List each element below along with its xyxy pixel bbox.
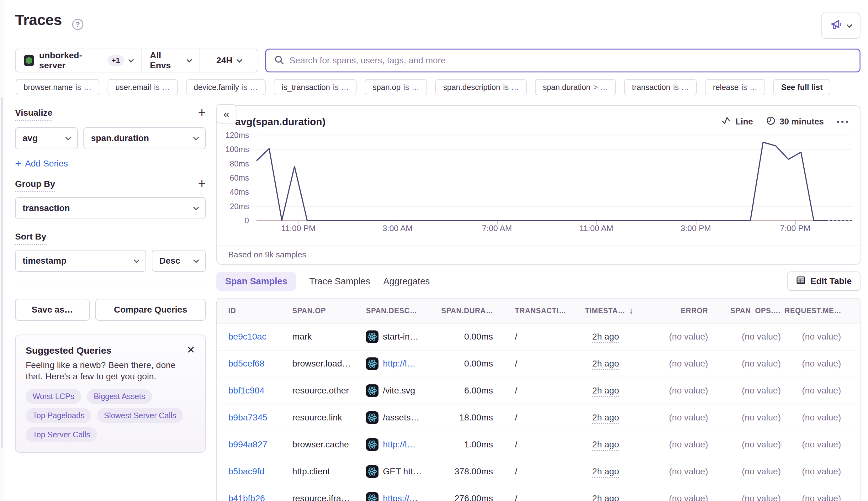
cell-duration: 1.00ms xyxy=(441,439,498,450)
filter-chip-user-email[interactable]: user.emailis... xyxy=(108,79,178,95)
filter-chip-device-family[interactable]: device.familyis... xyxy=(186,79,266,95)
column-header-span-ops[interactable]: SPAN_OPS.… xyxy=(712,307,785,315)
add-visualize-button[interactable]: + xyxy=(198,108,206,117)
sort-direction-select[interactable]: Desc xyxy=(152,250,206,272)
add-group-by-button[interactable]: + xyxy=(198,179,206,189)
cell-timestamp[interactable]: 2h ago xyxy=(570,332,641,342)
column-header-span-duration[interactable]: SPAN.DURA… xyxy=(441,307,498,315)
see-full-list-button[interactable]: See full list xyxy=(773,79,830,95)
column-header-request-method[interactable]: REQUEST.ME… xyxy=(785,307,849,315)
cell-span-description: https://… xyxy=(366,492,441,501)
cell-timestamp[interactable]: 2h ago xyxy=(570,467,641,477)
page-scrollbar[interactable] xyxy=(0,0,4,501)
suggested-query-biggest-assets[interactable]: Biggest Assets xyxy=(87,389,152,404)
cell-timestamp[interactable]: 2h ago xyxy=(570,493,641,501)
cell-id-link[interactable]: b994a827 xyxy=(228,439,292,450)
help-icon[interactable]: ? xyxy=(72,19,83,30)
cell-request-method: (no value) xyxy=(785,439,849,450)
cell-span-description: http://l… xyxy=(366,358,441,370)
cell-span-ops: (no value) xyxy=(712,359,785,369)
column-header-span-description[interactable]: SPAN.DESC… xyxy=(366,307,441,315)
column-header-id[interactable]: ID xyxy=(228,307,292,315)
cell-id-link[interactable]: bd5cef68 xyxy=(228,359,292,369)
cell-error: (no value) xyxy=(641,439,712,450)
cell-duration: 378.00ms xyxy=(441,467,498,477)
search-input[interactable] xyxy=(289,55,852,65)
search-bar[interactable] xyxy=(265,49,860,72)
group-by-select[interactable]: transaction xyxy=(15,197,206,219)
tab-aggregates[interactable]: Aggregates xyxy=(383,276,430,287)
tab-span-samples[interactable]: Span Samples xyxy=(216,272,296,291)
span-samples-table: ID SPAN.OP SPAN.DESC… SPAN.DURA… TRANSAC… xyxy=(216,298,860,501)
column-header-timestamp[interactable]: TIMESTA… ↓ xyxy=(570,306,641,316)
project-selector[interactable]: unborked-server +1 xyxy=(16,49,141,72)
cell-request-method: (no value) xyxy=(785,467,849,477)
react-project-icon xyxy=(366,438,379,451)
filter-chip-is-transaction[interactable]: is_transactionis... xyxy=(274,79,357,95)
feedback-button[interactable] xyxy=(821,12,860,39)
date-range-selector[interactable]: 24H xyxy=(199,49,258,72)
suggested-query-top-pageloads[interactable]: Top Pageloads xyxy=(26,408,91,423)
suggested-queries-title: Suggested Queries xyxy=(26,345,111,356)
table-row: b5bac9fd http.client GET htt… 378.00ms /… xyxy=(217,458,860,485)
cell-span-op: mark xyxy=(292,332,366,342)
scrollbar-thumb[interactable] xyxy=(1,97,3,448)
column-header-transaction[interactable]: TRANSACTI… xyxy=(498,307,570,315)
filter-chip-browser-name[interactable]: browser.nameis... xyxy=(16,79,99,95)
cell-timestamp[interactable]: 2h ago xyxy=(570,359,641,369)
filter-chip-span-duration[interactable]: span.duration>... xyxy=(535,79,616,95)
suggested-query-worst-lcps[interactable]: Worst LCPs xyxy=(26,389,81,404)
chart-x-axis: 11:00 PM 3:00 AM 7:00 AM 11:00 AM 3:00 P… xyxy=(256,224,852,235)
close-icon[interactable]: ✕ xyxy=(187,345,195,354)
cell-request-method: (no value) xyxy=(785,493,849,501)
cell-span-ops: (no value) xyxy=(712,386,785,396)
chart-options-menu[interactable] xyxy=(837,121,848,123)
megaphone-icon xyxy=(830,19,843,32)
compare-queries-button[interactable]: Compare Queries xyxy=(95,299,206,321)
environment-value: All Envs xyxy=(150,51,182,71)
cell-timestamp[interactable]: 2h ago xyxy=(570,413,641,423)
cell-span-description: /assets… xyxy=(366,411,441,424)
cell-id-link[interactable]: bbf1c904 xyxy=(228,386,292,396)
chart-type-toggle[interactable]: Line xyxy=(722,117,753,127)
cell-error: (no value) xyxy=(641,413,712,423)
cell-error: (no value) xyxy=(641,386,712,396)
filter-chip-release[interactable]: releaseis... xyxy=(705,79,765,95)
suggested-query-slowest-server-calls[interactable]: Slowest Server Calls xyxy=(97,408,183,423)
cell-span-ops: (no value) xyxy=(712,439,785,450)
interval-selector[interactable]: 30 minutes xyxy=(766,116,824,128)
save-as-button[interactable]: Save as… xyxy=(15,299,90,321)
column-header-error[interactable]: ERROR xyxy=(641,307,712,315)
aggregate-select[interactable]: avg xyxy=(15,127,78,149)
cell-id-link[interactable]: b5bac9fd xyxy=(228,467,292,477)
add-series-button[interactable]: + Add Series xyxy=(15,157,206,170)
search-icon xyxy=(274,55,284,66)
cell-id-link[interactable]: be9c10ac xyxy=(228,332,292,342)
sort-field-select[interactable]: timestamp xyxy=(15,250,146,272)
suggested-query-top-server-calls[interactable]: Top Server Calls xyxy=(26,427,97,442)
table-row: be9c10ac mark start-in… 0.00ms / 2h ago … xyxy=(217,323,860,351)
cell-duration: 18.00ms xyxy=(441,413,498,423)
cell-timestamp[interactable]: 2h ago xyxy=(570,386,641,396)
cell-id-link[interactable]: b41bfb26 xyxy=(228,493,292,501)
chart-title: avg(span.duration) xyxy=(235,116,326,128)
environment-selector[interactable]: All Envs xyxy=(141,49,199,72)
date-range-value: 24H xyxy=(216,55,232,65)
cell-duration: 0.00ms xyxy=(441,359,498,369)
field-select[interactable]: span.duration xyxy=(83,127,206,149)
filter-chip-span-op[interactable]: span.opis... xyxy=(365,79,427,95)
cell-timestamp[interactable]: 2h ago xyxy=(570,439,641,450)
filter-chip-transaction[interactable]: transactionis... xyxy=(624,79,697,95)
collapse-sidebar-button[interactable]: « xyxy=(216,104,236,124)
chevron-down-icon xyxy=(134,257,139,263)
edit-table-button[interactable]: Edit Table xyxy=(787,271,860,291)
filter-chip-span-description[interactable]: span.descriptionis... xyxy=(435,79,527,95)
tab-trace-samples[interactable]: Trace Samples xyxy=(309,276,370,287)
suggested-queries-card: Suggested Queries ✕ Feeling like a newb?… xyxy=(15,334,206,453)
cell-id-link[interactable]: b9ba7345 xyxy=(228,413,292,423)
cell-duration: 276.00ms xyxy=(441,493,498,501)
plus-icon: + xyxy=(15,157,21,170)
query-builder-sidebar: Visualize + avg span.duration + Add Seri… xyxy=(15,104,206,453)
chevron-down-icon xyxy=(193,135,199,140)
column-header-span-op[interactable]: SPAN.OP xyxy=(292,307,366,315)
